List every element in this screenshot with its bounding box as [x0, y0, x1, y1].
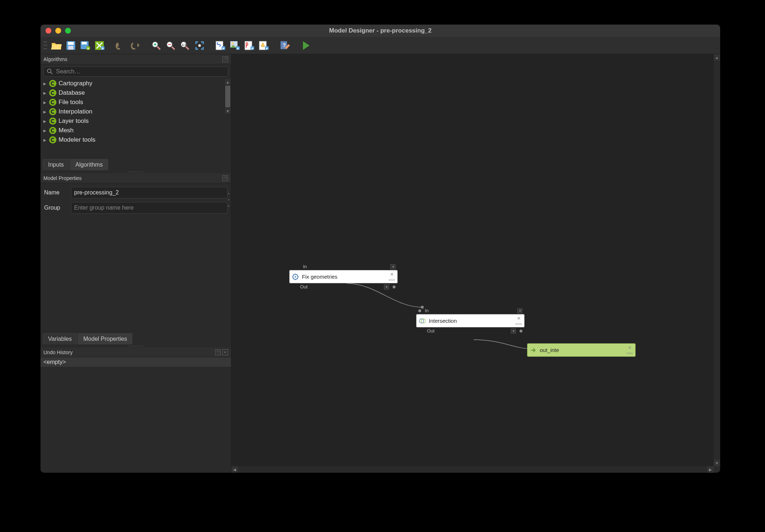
save-as-button[interactable] — [79, 39, 92, 52]
svg-text:?: ? — [283, 42, 286, 48]
algorithms-panel-header: Algorithms ❐ — [40, 54, 231, 64]
run-model-button[interactable] — [299, 39, 312, 52]
add-in-port-button[interactable]: ＋ — [517, 308, 522, 313]
redo-icon — [130, 42, 140, 50]
node-in-label: In — [425, 308, 429, 313]
algorithm-search-input[interactable] — [56, 68, 225, 75]
canvas-horizontal-scrollbar[interactable]: ◀ ▶ — [231, 466, 714, 473]
out-port[interactable] — [393, 286, 396, 288]
export-pdf-icon — [244, 40, 255, 51]
algorithm-item[interactable]: ▶Mesh — [40, 126, 225, 135]
svg-rect-1 — [68, 42, 74, 45]
panel-splitter[interactable] — [40, 344, 231, 347]
zoom-actual-button[interactable]: 1:1 — [179, 39, 192, 52]
tab-variables[interactable]: Variables — [43, 333, 77, 344]
out-port[interactable] — [520, 330, 522, 332]
window-minimize-button[interactable] — [55, 28, 61, 34]
undo-button[interactable] — [114, 39, 127, 52]
help-edit-icon: ? — [280, 40, 290, 51]
node-menu-icon[interactable]: ooo — [516, 322, 522, 326]
tab-model-properties[interactable]: Model Properties — [78, 333, 133, 344]
folder-open-icon — [51, 41, 62, 50]
restore-panel-icon[interactable]: ❐ — [222, 56, 228, 62]
gear-icon — [292, 273, 299, 280]
undo-history-header: Undo History ❐ ✕ — [40, 347, 231, 357]
add-out-port-button[interactable]: ＋ — [511, 329, 516, 334]
model-properties-title: Model Properties — [43, 175, 82, 181]
scroll-right-button[interactable]: ▶ — [707, 466, 714, 473]
chevron-right-icon: ▶ — [43, 100, 47, 104]
node-title: out_inte — [540, 347, 624, 353]
scroll-up-button[interactable]: ▲ — [714, 54, 720, 61]
export-python-button[interactable] — [214, 39, 227, 52]
algorithm-tree[interactable]: ▶Cartography▶Database▶File tools▶Interpo… — [40, 79, 231, 158]
algorithm-item[interactable]: ▶Layer tools — [40, 116, 225, 126]
algorithms-panel-title: Algorithms — [43, 56, 67, 62]
algorithm-item[interactable]: ▶Database — [40, 88, 225, 98]
node-output-out-inte[interactable]: out_inte ✕ ooo — [527, 343, 636, 357]
model-group-label: Group — [44, 205, 67, 211]
export-svg-button[interactable] — [257, 39, 270, 52]
algorithm-tree-scrollbar[interactable]: ▲ ▼ — [225, 79, 231, 158]
algorithm-item[interactable]: ▶Interpolation — [40, 107, 225, 116]
scroll-left-button[interactable]: ◀ — [231, 466, 238, 473]
model-canvas-wrap: In ＋ Fix geometries ✕ ooo — [231, 54, 720, 473]
algorithm-tabs: Inputs Algorithms — [40, 158, 231, 170]
tab-algorithms[interactable]: Algorithms — [70, 159, 108, 170]
panel-splitter[interactable] — [40, 170, 231, 173]
model-name-input[interactable] — [71, 187, 227, 198]
export-image-button[interactable] — [228, 39, 242, 52]
model-canvas[interactable]: In ＋ Fix geometries ✕ ooo — [231, 54, 720, 473]
node-fix-geometries[interactable]: In ＋ Fix geometries ✕ ooo — [289, 263, 398, 290]
add-out-port-button[interactable]: ＋ — [384, 284, 389, 289]
restore-panel-icon[interactable]: ❐ — [215, 349, 221, 355]
toolbar-handle[interactable] — [43, 40, 47, 51]
tab-inputs[interactable]: Inputs — [43, 159, 69, 170]
model-designer-window: Model Designer - pre-processing_2 — [40, 25, 720, 473]
in-port[interactable] — [418, 309, 421, 312]
validate-model-button[interactable] — [93, 39, 106, 52]
restore-panel-icon[interactable]: ❐ — [222, 175, 228, 181]
node-in-label: In — [303, 264, 307, 269]
undo-icon — [116, 42, 126, 50]
save-model-button[interactable] — [64, 39, 77, 52]
node-close-icon[interactable]: ✕ — [628, 345, 632, 350]
canvas-vertical-scrollbar[interactable]: ▲ ▼ — [714, 54, 720, 466]
undo-history-list[interactable]: <empty> — [40, 357, 231, 473]
node-close-icon[interactable]: ✕ — [390, 272, 394, 277]
add-in-port-button[interactable]: ＋ — [390, 264, 396, 269]
undo-history-item[interactable]: <empty> — [40, 357, 231, 367]
node-close-icon[interactable]: ✕ — [517, 316, 521, 321]
algorithm-item[interactable]: ▶Modeler tools — [40, 135, 225, 145]
algorithm-item[interactable]: ▶File tools — [40, 98, 225, 107]
zoom-in-icon — [151, 40, 161, 51]
redo-button[interactable] — [129, 39, 142, 52]
zoom-full-icon — [195, 40, 205, 51]
export-svg-icon — [258, 40, 269, 51]
output-arrow-icon — [530, 347, 537, 354]
algorithm-search-box[interactable] — [43, 66, 228, 77]
zoom-in-button[interactable] — [150, 39, 163, 52]
algorithm-item[interactable]: ▶Cartography — [40, 79, 225, 88]
node-menu-icon[interactable]: ooo — [627, 351, 633, 355]
chevron-right-icon: ▶ — [43, 91, 47, 95]
edit-help-button[interactable]: ? — [278, 39, 291, 52]
open-model-button[interactable] — [50, 39, 63, 52]
node-menu-icon[interactable]: ooo — [389, 278, 395, 282]
validate-icon — [94, 40, 105, 51]
zoom-out-button[interactable] — [164, 39, 177, 52]
export-pdf-button[interactable] — [243, 39, 256, 52]
window-close-button[interactable] — [46, 28, 51, 34]
svg-text:1:1: 1:1 — [182, 43, 187, 47]
node-title: Intersection — [429, 318, 513, 324]
chevron-right-icon: ▶ — [43, 129, 47, 133]
window-zoom-button[interactable] — [65, 28, 71, 34]
panel-vgrip[interactable]: ● ● ● — [227, 192, 230, 209]
zoom-full-button[interactable] — [193, 39, 206, 52]
model-group-input[interactable] — [71, 202, 227, 214]
node-title: Fix geometries — [302, 274, 386, 280]
node-out-label: Out — [427, 328, 435, 334]
close-panel-icon[interactable]: ✕ — [222, 349, 228, 355]
node-intersection[interactable]: In ＋ Intersection ✕ ooo — [416, 307, 525, 334]
scroll-down-button[interactable]: ▼ — [714, 460, 720, 466]
